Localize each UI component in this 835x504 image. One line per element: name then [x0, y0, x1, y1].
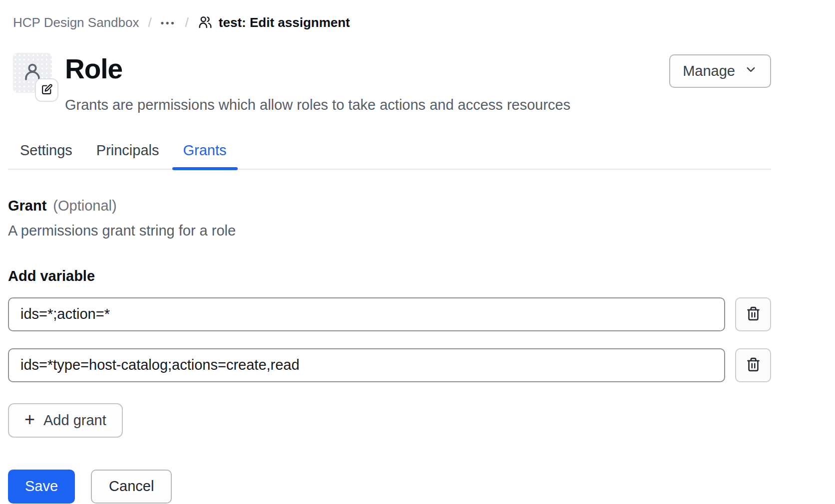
tab-grants[interactable]: Grants	[171, 136, 239, 169]
breadcrumb: HCP Design Sandbox / ••• / test: Edit as…	[13, 14, 771, 31]
form-actions: Save Cancel	[8, 470, 771, 504]
cancel-button[interactable]: Cancel	[91, 470, 172, 504]
grant-label-row: Grant (Optional)	[8, 198, 771, 214]
grant-row	[8, 297, 771, 331]
add-variable-label: Add variable	[8, 268, 771, 284]
breadcrumb-separator: /	[148, 15, 151, 30]
breadcrumb-ellipsis-button[interactable]: •••	[161, 17, 176, 27]
trash-icon	[745, 305, 762, 323]
plus-icon: +	[24, 411, 35, 429]
breadcrumb-current: test: Edit assignment	[198, 15, 350, 30]
tab-principals[interactable]: Principals	[84, 136, 171, 169]
users-icon	[198, 15, 213, 30]
page-description: Grants are permissions which allow roles…	[65, 97, 669, 113]
delete-grant-button-1[interactable]	[735, 297, 771, 331]
delete-grant-button-2[interactable]	[735, 348, 771, 382]
edit-icon	[40, 83, 53, 97]
trash-icon	[745, 356, 762, 374]
add-grant-button[interactable]: + Add grant	[8, 403, 123, 438]
breadcrumb-root-link[interactable]: HCP Design Sandbox	[13, 15, 139, 30]
grant-input-2[interactable]	[8, 348, 725, 382]
grant-help-text: A permissions grant string for a role	[8, 223, 771, 239]
save-button[interactable]: Save	[8, 470, 75, 504]
chevron-down-icon	[744, 63, 758, 80]
page: HCP Design Sandbox / ••• / test: Edit as…	[0, 0, 771, 504]
grant-row	[8, 348, 771, 382]
add-grant-label: Add grant	[43, 412, 106, 429]
grant-label: Grant	[8, 198, 46, 214]
grant-optional-label: (Optional)	[53, 198, 116, 214]
edit-avatar-button[interactable]	[35, 78, 58, 102]
header-main: Role Grants are permissions which allow …	[65, 53, 669, 113]
page-title: Role	[65, 54, 669, 84]
page-header: Role Grants are permissions which allow …	[8, 53, 771, 113]
manage-button-label: Manage	[683, 63, 735, 79]
role-avatar	[13, 53, 52, 93]
grant-input-1[interactable]	[8, 297, 725, 331]
tab-settings[interactable]: Settings	[8, 136, 84, 169]
breadcrumb-separator: /	[185, 15, 189, 30]
manage-button[interactable]: Manage	[669, 54, 771, 88]
tab-bar: Settings Principals Grants	[8, 136, 771, 170]
breadcrumb-current-label: test: Edit assignment	[219, 15, 350, 30]
